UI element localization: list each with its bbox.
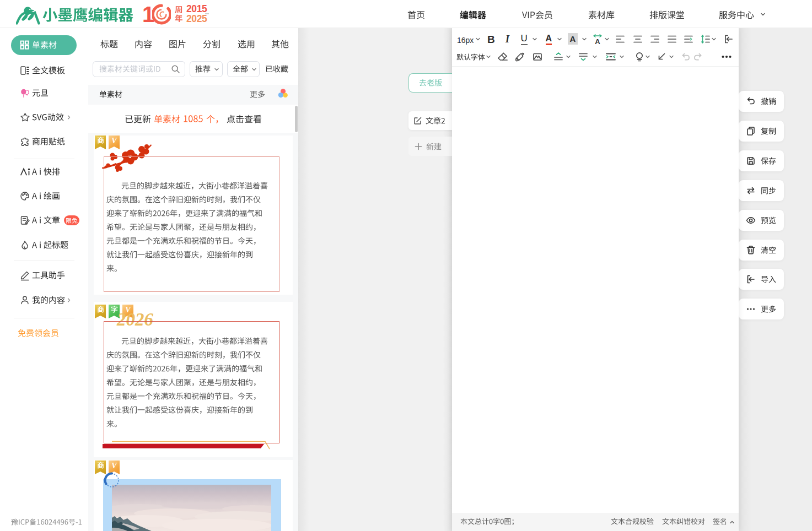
svg-text:A: A bbox=[595, 37, 600, 45]
